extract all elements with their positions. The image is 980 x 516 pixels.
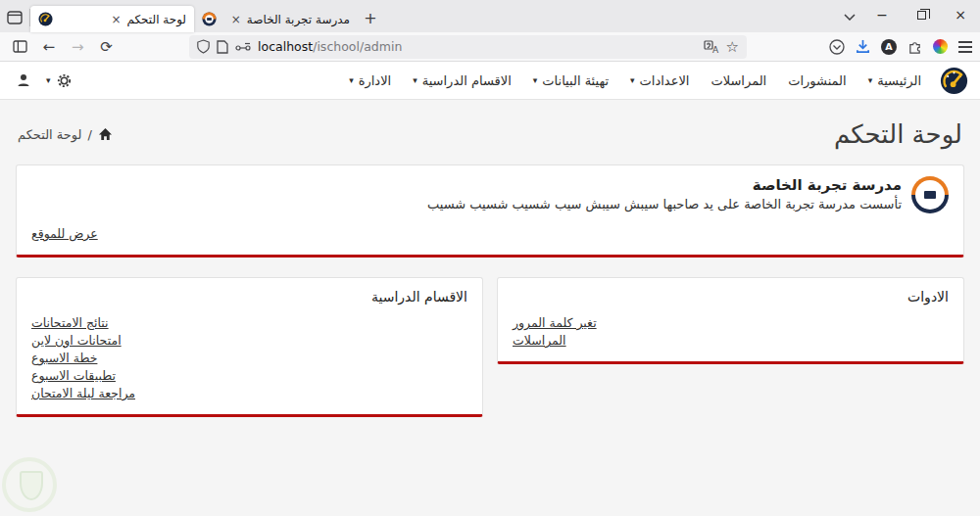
nav-label: الادارة [359, 73, 392, 88]
watermark-logo [2, 457, 63, 516]
forward-icon[interactable]: → [66, 35, 90, 59]
exam-results-link[interactable]: نتائج الامتحانات [31, 314, 109, 331]
menu-icon[interactable] [958, 41, 972, 43]
chevron-down-icon: ▾ [413, 75, 417, 85]
breadcrumb-current: لوحة التحكم [18, 127, 82, 142]
week-plan-link[interactable]: خطة الاسبوع [31, 350, 97, 366]
school-name: مدرسة تجربة الخاصة [427, 176, 902, 194]
url-path: /ischool/admin [313, 39, 402, 54]
new-tab-button[interactable]: + [358, 5, 383, 30]
home-icon[interactable] [98, 127, 113, 141]
correspondence-link[interactable]: المراسلات [513, 332, 566, 349]
sections-card-title: الاقسام الدراسية [31, 289, 467, 305]
nav-item-data-setup[interactable]: تهيئة البيانات▾ [522, 73, 619, 88]
admin-dashboard-page: لوحة التحكم / لوحة التحكم مدرسة تجربة ال… [0, 100, 980, 431]
pocket-icon[interactable] [829, 39, 845, 55]
tab-title: مدرسة تجربة الخاصة [247, 13, 350, 26]
app-navbar: الرئيسية▾ المنشورات المراسلات الاعدادات▾… [0, 62, 980, 100]
school-info-card: مدرسة تجربة الخاصة تأسست مدرسة تجربة الخ… [16, 164, 964, 258]
restore-icon [917, 11, 926, 20]
firefox-view-icon[interactable] [0, 5, 29, 30]
online-exams-link[interactable]: امتحانات اون لاين [31, 332, 122, 349]
breadcrumb-separator: / [88, 127, 92, 142]
extensions-puzzle-icon[interactable] [907, 39, 922, 54]
nav-item-home[interactable]: الرئيسية▾ [858, 73, 932, 88]
tools-card: الادوات تغير كلمة المرور المراسلات [497, 277, 964, 364]
url-bar[interactable]: localhost/ischool/admin A ☆ [189, 35, 747, 59]
nav-label: المراسلات [710, 73, 766, 88]
settings-gear-menu[interactable]: ▾ [42, 72, 76, 89]
back-icon[interactable]: ← [36, 35, 61, 59]
change-password-link[interactable]: تغير كلمة المرور [513, 314, 597, 331]
url-text[interactable]: localhost/ischool/admin [258, 39, 402, 54]
chevron-down-icon: ▾ [868, 75, 873, 85]
school-description: تأسست مدرسة تجربة الخاصة على يد صاحبها س… [427, 197, 902, 211]
browser-titlebar: × لوحة التحكم × مدرسة تجربة الخاصة + − × [0, 0, 980, 32]
browser-toolbar: ← → ⟳ localhost/ischool/admin A ☆ A [0, 32, 980, 62]
exam-night-review-link[interactable]: مراجعة ليلة الامتحان [31, 385, 135, 401]
bookmark-star-icon[interactable]: ☆ [726, 38, 739, 56]
close-tab-icon[interactable]: × [111, 13, 121, 26]
extension-colorwheel-icon[interactable] [933, 39, 948, 54]
page-title: لوحة التحكم [834, 119, 962, 149]
chevron-down-icon: ▾ [349, 75, 354, 85]
translate-icon[interactable]: A [704, 40, 719, 54]
academic-sections-card: الاقسام الدراسية نتائج الامتحانات امتحان… [16, 277, 483, 417]
nav-label: الرئيسية [877, 73, 921, 88]
nav-label: المنشورات [788, 73, 846, 88]
nav-item-correspondence[interactable]: المراسلات [700, 73, 777, 88]
user-menu[interactable] [12, 72, 35, 88]
nav-item-publications[interactable]: المنشورات [777, 73, 857, 88]
svg-text:A: A [712, 45, 719, 54]
reload-icon[interactable]: ⟳ [94, 35, 119, 59]
chevron-down-icon: ▾ [46, 75, 51, 85]
gauge-logo-icon[interactable] [940, 67, 968, 95]
page-info-icon[interactable] [217, 40, 228, 54]
nav-label: الاقسام الدراسية [422, 73, 512, 88]
close-tab-icon[interactable]: × [231, 13, 241, 26]
person-icon [16, 72, 31, 88]
restore-button[interactable] [902, 0, 941, 29]
shield-icon[interactable] [197, 39, 210, 54]
week-apps-link[interactable]: تطبيقات الاسبوع [31, 367, 116, 384]
gear-icon [56, 72, 73, 89]
chevron-down-icon: ▾ [630, 75, 635, 85]
gauge-favicon-icon [38, 12, 53, 26]
list-all-tabs-icon[interactable] [837, 4, 862, 29]
tools-card-title: الادوات [513, 289, 949, 305]
connection-icon[interactable] [235, 42, 251, 52]
minimize-button[interactable]: − [862, 0, 902, 29]
nav-item-administration[interactable]: الادارة▾ [338, 73, 402, 88]
nav-label: الاعدادات [640, 73, 690, 88]
tab-school-site[interactable]: × مدرسة تجربة الخاصة [194, 6, 358, 32]
extension-a-icon[interactable]: A [881, 39, 897, 55]
sidebar-icon[interactable] [8, 35, 32, 59]
url-domain: localhost [258, 39, 313, 54]
chevron-down-icon: ▾ [533, 75, 538, 85]
nav-label: تهيئة البيانات [542, 73, 609, 88]
downloads-icon[interactable] [856, 39, 870, 54]
school-logo-icon [911, 176, 949, 213]
breadcrumb: / لوحة التحكم [18, 127, 113, 142]
tab-title: لوحة التحكم [127, 13, 187, 26]
nav-item-academic-sections[interactable]: الاقسام الدراسية▾ [402, 73, 522, 88]
tab-dashboard[interactable]: × لوحة التحكم [30, 6, 194, 32]
nav-item-settings[interactable]: الاعدادات▾ [619, 73, 700, 88]
school-favicon-icon [202, 12, 217, 26]
view-site-link[interactable]: عرض للموقع [31, 226, 98, 241]
close-window-button[interactable]: × [941, 0, 980, 29]
